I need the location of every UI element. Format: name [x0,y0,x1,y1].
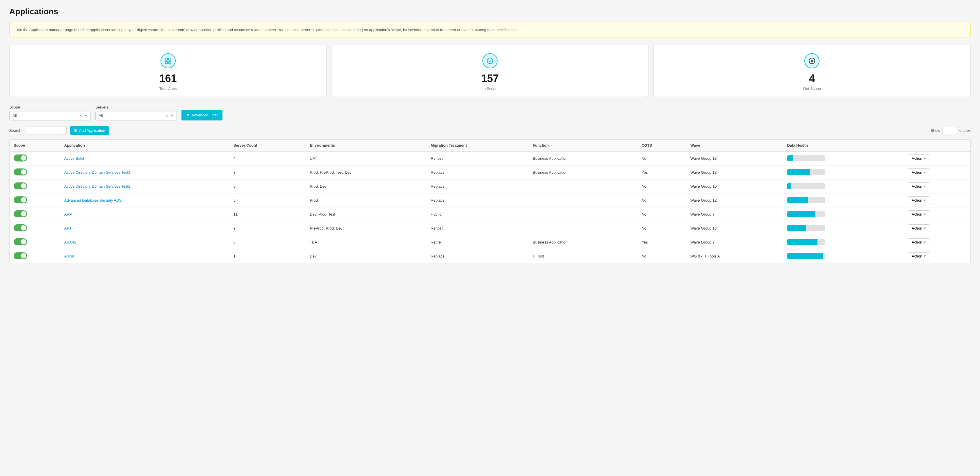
action-button-1[interactable]: Action▼ [908,169,930,176]
health-fill-6 [787,239,818,245]
col-header-action [904,140,970,151]
action-button-label-4: Action [912,212,922,217]
col-header-application[interactable]: Application ↑↓ [60,140,229,151]
cell-action-6: Action▼ [904,235,970,249]
action-dropdown-arrow-4: ▼ [923,213,926,216]
servers-filter-clear[interactable]: × [165,113,168,118]
page-title: Applications [9,7,971,16]
cell-scope-7 [10,249,60,263]
sort-icon-application: ↑↓ [87,144,89,147]
cell-cots-0: No [638,151,686,166]
cell-cots-1: Yes [638,165,686,179]
col-header-function[interactable]: Function ↑↓ [529,140,638,151]
sort-icon-migration-treatment: ↑↓ [469,144,472,147]
cell-scope-2 [10,179,60,193]
cell-data-health-3 [783,193,904,207]
health-fill-4 [787,211,816,217]
servers-filter-select[interactable]: All × ▼ [95,111,177,121]
cell-environments-3: Prod [305,193,426,207]
show-entries-input[interactable]: 20 [942,127,957,134]
cell-cots-3: No [638,193,686,207]
scope-toggle-6[interactable] [14,238,27,245]
health-bar-1 [787,169,825,175]
action-button-6[interactable]: Action▼ [908,238,930,246]
col-header-data-health: Data Health [783,140,904,151]
advanced-filter-button[interactable]: ▼ Advanced Filter [181,110,223,121]
scope-filter-clear[interactable]: × [80,113,82,118]
application-link-3[interactable]: Advanced Database Security ADS [64,198,122,202]
action-button-5[interactable]: Action▼ [908,224,930,232]
health-fill-0 [787,155,793,161]
action-button-7[interactable]: Action▼ [908,252,930,260]
action-button-label-6: Action [912,240,922,244]
col-header-cots[interactable]: COTS ↑↓ [638,140,686,151]
scope-toggle-0[interactable] [14,154,27,161]
table-row: Arcon1DevReplaceIT ToolNoWG 0 - IT Tools… [10,249,970,263]
col-header-migration-treatment[interactable]: Migration Treatment ↑↓ [426,140,529,151]
health-fill-3 [787,197,808,203]
application-link-1[interactable]: Active Directory Domain Services Test1 [64,170,130,175]
scope-toggle-7[interactable] [14,252,27,259]
cell-data-health-5 [783,221,904,235]
cell-wave-0: Wave Group 13 [686,151,783,166]
cell-migration-treatment-2: Replace [426,179,529,193]
cell-cots-4: No [638,207,686,221]
action-button-3[interactable]: Action▼ [908,196,930,204]
cell-environments-2: Prod, Dev [305,179,426,193]
cell-server-count-2: 5 [229,179,305,193]
search-label: Search: [9,128,22,133]
search-input[interactable] [26,127,67,134]
table-row: Active Batch4UATRehostBusiness Applicati… [10,151,970,166]
application-link-2[interactable]: Active Directory Domain Services Test2 [64,184,130,189]
toolbar-left: Search: ⊞ Add Application [9,126,109,135]
cell-environments-7: Dev [305,249,426,263]
cell-data-health-4 [783,207,904,221]
cell-cots-6: Yes [638,235,686,249]
application-link-7[interactable]: Arcon [64,254,74,258]
cell-wave-3: Wave Group 12 [686,193,783,207]
add-application-button[interactable]: ⊞ Add Application [70,126,109,135]
health-bar-6 [787,239,825,245]
col-header-wave[interactable]: Wave ↑↓ [686,140,783,151]
total-apps-number: 161 [159,72,177,85]
page-container: Applications Use the Application manager… [0,0,980,476]
action-button-4[interactable]: Action▼ [908,210,930,218]
application-link-6[interactable]: ArcGIS [64,240,76,244]
col-header-scope[interactable]: Scope ↑↓ [10,140,60,151]
cell-application-2: Active Directory Domain Services Test2 [60,179,229,193]
scope-toggle-2[interactable] [14,182,27,189]
application-link-4[interactable]: APM [64,212,72,217]
toolbar-right: Show 20 entries [931,127,971,134]
cell-wave-7: WG 0 - IT Tools A [686,249,783,263]
col-header-environments[interactable]: Environments ↑↓ [305,140,426,151]
scope-toggle-5[interactable] [14,224,27,231]
cell-scope-1 [10,165,60,179]
inscope-number: 157 [481,72,499,85]
action-dropdown-arrow-5: ▼ [923,227,926,230]
col-header-server-count[interactable]: Server Count ↑↓ [229,140,305,151]
servers-filter-group: Servers All × ▼ [95,105,177,121]
cell-action-7: Action▼ [904,249,970,263]
action-button-label-0: Action [912,156,922,161]
cell-function-0: Business Application [529,151,638,166]
check-circle-icon [482,53,498,68]
cell-server-count-4: 11 [229,207,305,221]
action-button-2[interactable]: Action▼ [908,182,930,190]
scope-toggle-1[interactable] [14,169,27,175]
scope-filter-arrow: ▼ [84,114,88,118]
cell-function-6: Business Application [529,235,638,249]
filters-row: Scope All × ▼ Servers All × ▼ ▼ Advanced… [9,105,971,121]
application-link-0[interactable]: Active Batch [64,156,85,161]
sort-icon-server-count: ↑↓ [259,144,262,147]
toggle-knob-7 [21,253,26,258]
application-link-5[interactable]: APT [64,226,72,231]
table-row: Advanced Database Security ADS5ProdRepla… [10,193,970,207]
scope-filter-select[interactable]: All × ▼ [9,111,91,121]
scope-toggle-4[interactable] [14,210,27,217]
scope-toggle-3[interactable] [14,196,27,204]
action-button-0[interactable]: Action▼ [908,154,930,162]
cell-function-3 [529,193,638,207]
cell-action-2: Action▼ [904,179,970,193]
servers-filter-value: All [99,113,163,118]
table-row: Active Directory Domain Services Test18P… [10,165,970,179]
